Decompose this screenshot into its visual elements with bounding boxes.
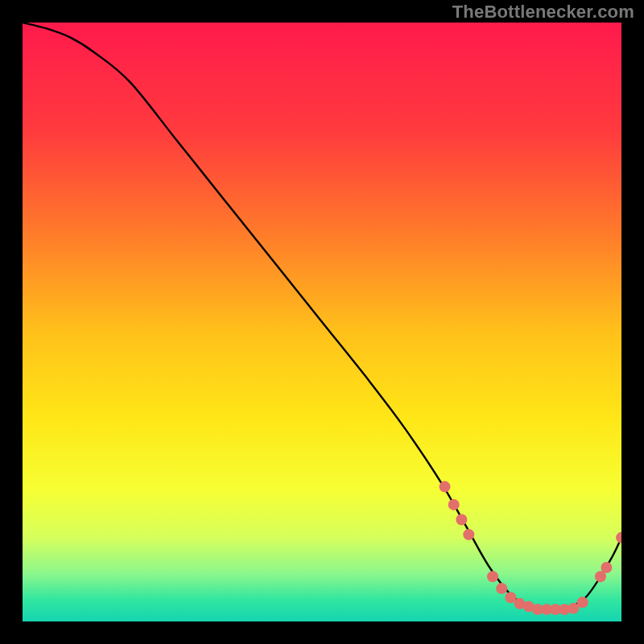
watermark-text: TheBottlenecker.com	[452, 2, 634, 23]
chart-svg	[23, 23, 621, 621]
chart-plot-area	[23, 23, 621, 621]
chart-stage: TheBottlenecker.com	[0, 0, 644, 644]
data-marker	[601, 562, 612, 573]
data-marker	[463, 529, 474, 540]
data-marker	[496, 583, 507, 594]
data-marker	[448, 499, 460, 510]
data-marker	[487, 571, 498, 582]
data-marker	[440, 481, 451, 493]
data-marker	[456, 514, 467, 526]
data-marker	[577, 597, 588, 608]
